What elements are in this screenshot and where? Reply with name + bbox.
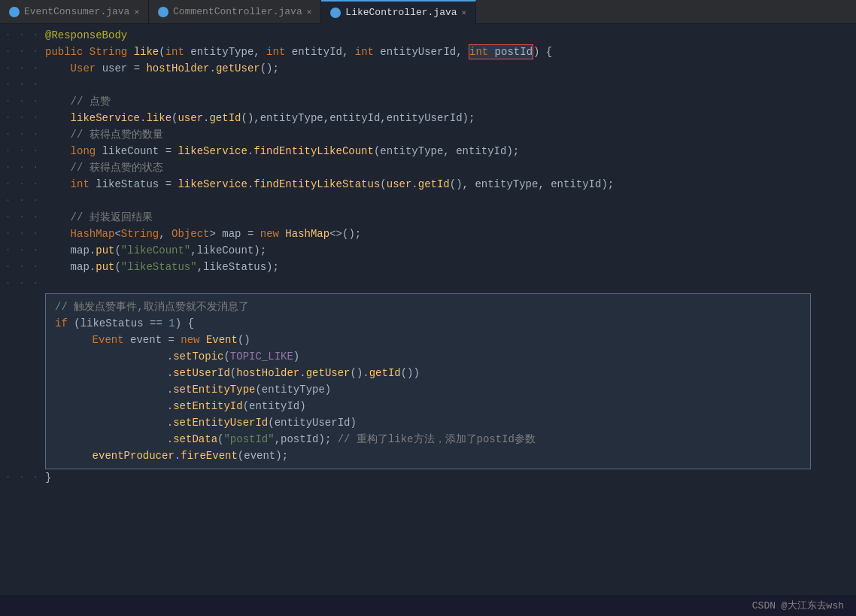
code-line: .setUserId(hostHolder.getUser().getId()) [46, 365, 810, 381]
tab-label-1: EventConsumer.java [24, 6, 129, 17]
code-line: Event event = new Event() [46, 332, 810, 348]
code-line: .setEntityId(entityId) [46, 398, 810, 414]
code-line: · · · // 获得点赞的数量 [0, 126, 856, 143]
code-line: · · · [0, 193, 856, 209]
code-line: · · · User user = hostHolder.getUser(); [0, 60, 856, 77]
code-line: · · · // 点赞 [0, 93, 856, 110]
code-line: · · · long likeCount = likeService.findE… [0, 143, 856, 159]
code-line: · · · // 获得点赞的状态 [0, 159, 856, 176]
code-line: · · · } [0, 469, 856, 486]
tab-icon-2 [158, 7, 168, 17]
tab-close-2[interactable]: ✕ [307, 7, 312, 17]
code-line: // 触发点赞事件,取消点赞就不发消息了 [46, 299, 810, 315]
branding-text: CSDN @大江东去wsh [752, 599, 844, 612]
bottom-bar: CSDN @大江东去wsh [0, 595, 856, 616]
code-line: · · · // 封装返回结果 [0, 209, 856, 226]
code-line: .setData("postId",postId); // 重构了like方法，… [46, 431, 810, 448]
code-line: · · · map.put("likeStatus",likeStatus); [0, 259, 856, 275]
tab-likecontroller[interactable]: LikeController.java ✕ [321, 0, 476, 24]
tab-close-3[interactable]: ✕ [462, 8, 467, 17]
code-line: · · · [0, 275, 856, 292]
code-line: · · · map.put("likeCount",likeCount); [0, 242, 856, 259]
code-line: eventProducer.fireEvent(event); [46, 448, 810, 464]
tab-icon-1 [9, 7, 20, 17]
tab-commentcontroller[interactable]: CommentController.java ✕ [149, 0, 321, 24]
code-line: · · · public String like(int entityType,… [0, 44, 856, 60]
code-line: · · · @ResponseBody [0, 27, 856, 44]
code-editor[interactable]: · · · @ResponseBody · · · public String … [0, 24, 856, 595]
code-line: .setTopic(TOPIC_LIKE) [46, 348, 810, 365]
code-line: · · · HashMap<String, Object> map = new … [0, 226, 856, 242]
code-line: · · · int likeStatus = likeService.findE… [0, 176, 856, 193]
tab-icon-3 [330, 8, 341, 18]
code-line: .setEntityType(entityType) [46, 381, 810, 398]
tab-label-2: CommentController.java [173, 6, 302, 17]
code-line: .setEntityUserId(entityUserId) [46, 414, 810, 431]
code-line: if (likeStatus == 1) { [46, 315, 810, 332]
tab-bar: EventConsumer.java ✕ CommentController.j… [0, 0, 856, 24]
tab-close-1[interactable]: ✕ [134, 7, 139, 17]
code-line: · · · likeService.like(user.getId(),enti… [0, 110, 856, 126]
code-line: · · · [0, 77, 856, 93]
tab-label-3: LikeController.java [345, 7, 457, 18]
selected-code-block: // 触发点赞事件,取消点赞就不发消息了 if (likeStatus == 1… [45, 293, 811, 469]
tab-eventconsumer[interactable]: EventConsumer.java ✕ [0, 0, 149, 24]
